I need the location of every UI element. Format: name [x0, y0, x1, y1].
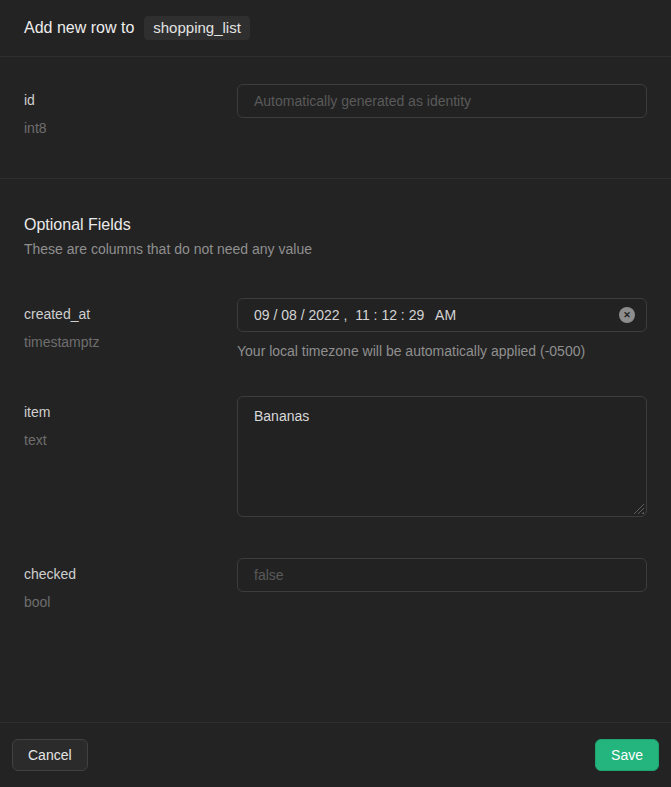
field-row-item: item text Bananas [0, 396, 671, 517]
checked-input[interactable] [237, 558, 647, 592]
checked-input-wrap [237, 558, 647, 592]
id-input-wrap [237, 84, 647, 118]
timezone-helper-text: Your local timezone will be automaticall… [237, 343, 647, 360]
field-label-checked: checked bool [24, 558, 237, 611]
field-label-id: id int8 [24, 84, 237, 137]
clear-datetime-icon[interactable]: ✕ [619, 307, 635, 323]
field-type: timestamptz [24, 334, 237, 351]
field-label-item: item text [24, 396, 237, 449]
save-button[interactable]: Save [595, 739, 659, 771]
created-at-control: ✕ Your local timezone will be automatica… [237, 298, 647, 360]
required-fields-section: id int8 [0, 57, 671, 179]
field-row-created-at: created_at timestamptz ✕ Your local time… [0, 298, 671, 360]
item-textarea[interactable]: Bananas [237, 396, 647, 517]
field-name: id [24, 84, 237, 109]
table-name-badge: shopping_list [144, 16, 250, 41]
field-name: checked [24, 558, 237, 583]
created-at-datetime-input[interactable] [237, 298, 647, 332]
field-row-checked: checked bool [0, 558, 671, 611]
optional-section-header: Optional Fields These are columns that d… [24, 215, 647, 258]
optional-section-description: These are columns that do not need any v… [24, 241, 647, 258]
panel-title: Add new row to [24, 19, 134, 37]
id-input[interactable] [237, 84, 647, 118]
field-name: created_at [24, 298, 237, 323]
optional-section-heading: Optional Fields [24, 215, 647, 234]
item-input-wrap: Bananas [237, 396, 647, 517]
field-label-created-at: created_at timestamptz [24, 298, 237, 351]
cancel-button[interactable]: Cancel [12, 739, 88, 771]
panel-footer: Cancel Save [0, 722, 671, 787]
optional-fields-section: Optional Fields These are columns that d… [0, 215, 671, 611]
field-type: bool [24, 594, 237, 611]
field-type: int8 [24, 120, 237, 137]
created-at-input-wrap: ✕ [237, 298, 647, 332]
panel-header: Add new row to shopping_list [0, 0, 671, 57]
field-type: text [24, 432, 237, 449]
field-row-id: id int8 [0, 84, 671, 137]
field-name: item [24, 396, 237, 421]
